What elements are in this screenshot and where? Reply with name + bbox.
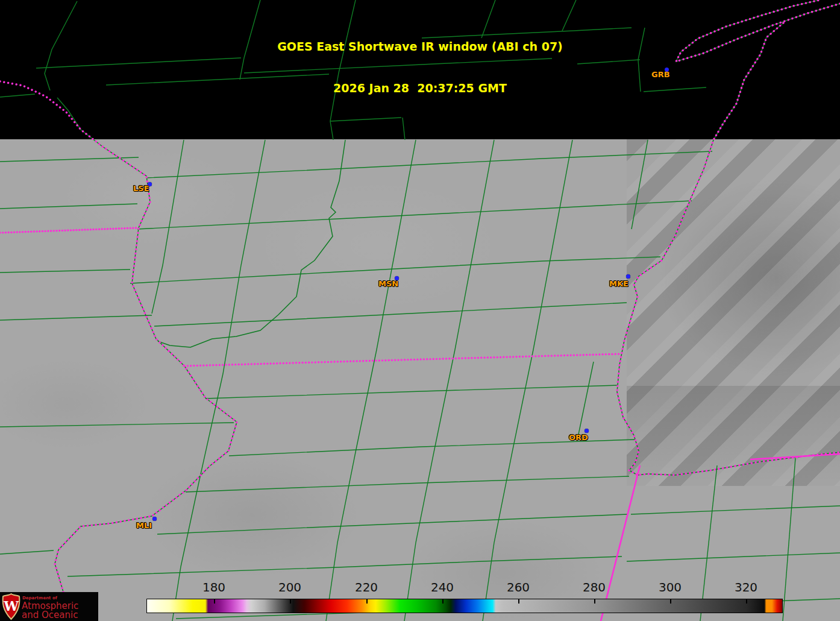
station-label: MSN	[378, 279, 398, 288]
colorbar-tick-label: 180	[202, 580, 225, 594]
state-borders-solid	[601, 454, 840, 621]
mississippi-border-dotted	[0, 81, 237, 621]
logo-dept-line: Department of	[22, 596, 57, 601]
il-in-border-solid	[601, 465, 640, 621]
colorbar-tick	[366, 599, 368, 604]
title-line-1: GOES East Shortwave IR window (ABI ch 07…	[0, 40, 840, 54]
colorbar-tick	[746, 599, 747, 604]
station-label: MLI	[136, 521, 152, 530]
station-dot-icon	[626, 274, 630, 279]
station-label: ORD	[569, 433, 588, 442]
colorbar-tick	[670, 599, 671, 604]
colorbar-tick-label: 260	[507, 580, 530, 594]
image-title: GOES East Shortwave IR window (ABI ch 07…	[0, 12, 840, 123]
station-label: GRB	[651, 70, 670, 79]
colorbar-tick	[442, 599, 444, 604]
colorbar-tick-label: 220	[355, 580, 378, 594]
colorbar-tick-label: 280	[583, 580, 606, 594]
colorbar-tick-label: 200	[278, 580, 301, 594]
uw-aos-logo: W Department of Atmospheric and Oceanic …	[0, 592, 98, 621]
colorbar-tick-label: 300	[659, 580, 682, 594]
logo-line-2: and Oceanic Sciences	[22, 610, 98, 621]
station-label: LSE	[133, 184, 149, 193]
mississippi-river-line	[55, 98, 237, 621]
colorbar-tick	[518, 599, 519, 604]
title-line-2: 2026 Jan 28 20:37:25 GMT	[0, 81, 840, 95]
colorbar-tick-label: 320	[735, 580, 757, 594]
uw-crest-icon: W	[2, 593, 20, 620]
station-dot-icon	[585, 429, 589, 433]
mn-ia-border-dotted	[0, 228, 137, 233]
station-dot-icon	[152, 517, 157, 521]
satellite-image-screen: GOES East Shortwave IR window (ABI ch 07…	[0, 0, 840, 621]
colorbar-tick	[594, 599, 595, 604]
colorbar-tick-label: 240	[431, 580, 454, 594]
colorbar-tick	[214, 599, 215, 604]
temperature-colorbar	[146, 599, 783, 613]
wisconsin-river-line	[158, 140, 345, 347]
station-label: MKE	[609, 279, 628, 288]
wi-il-border-dotted	[184, 354, 621, 366]
colorbar-tick	[290, 599, 291, 604]
svg-text:W: W	[3, 598, 19, 614]
